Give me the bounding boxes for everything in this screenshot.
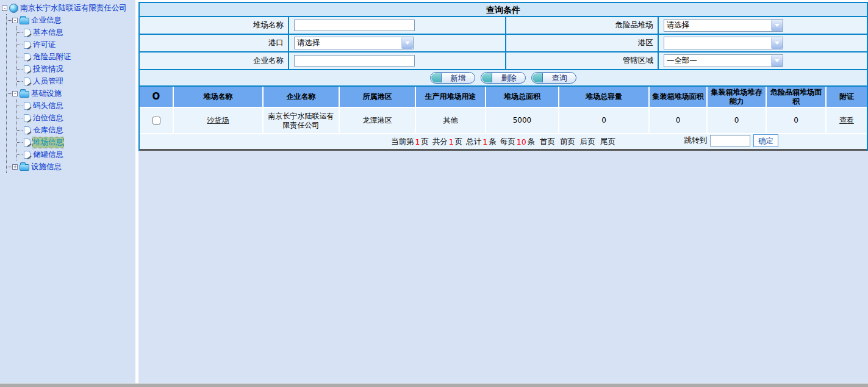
total-pages-number: 1 <box>449 137 454 146</box>
tree-connector <box>17 32 23 33</box>
cell-total-area: 5000 <box>486 108 559 133</box>
tree-group-company-info[interactable]: - 企业信息 <box>7 14 135 26</box>
cell-container-capacity: 0 <box>708 108 767 133</box>
yard-name-label: 堆场名称 <box>140 17 289 34</box>
cell-dangerous-box-area: 0 <box>767 108 827 133</box>
button-accent-decoration <box>533 73 543 82</box>
tree-item-dangerous-cert[interactable]: 危险品附证 <box>17 51 135 63</box>
tree-item-label: 仓库信息 <box>33 125 63 136</box>
tree-connector <box>17 106 23 106</box>
select-all-icon[interactable]: O <box>152 91 160 103</box>
sidebar-tree: - 南京长宁水陆联运有限责任公司 - 企业信息 基本信息 许可 <box>0 0 135 383</box>
field-port: 港口 请选择 <box>140 35 506 51</box>
prev-page-link[interactable]: 前页 <box>560 137 575 147</box>
confirm-button[interactable]: 确定 <box>753 134 778 147</box>
dangerous-yard-select-value: 请选择 <box>664 20 690 31</box>
yard-name-link[interactable]: 沙货场 <box>207 116 229 125</box>
current-page-number: 1 <box>415 137 420 146</box>
pagination-summary: 当前第1页 共分1页 总计1条 每页10条 首页 前页 后页 尾页 <box>391 137 615 147</box>
expand-icon[interactable]: + <box>12 164 18 170</box>
column-header-container-area: 集装箱堆场面积 <box>650 87 708 107</box>
tree-item-tank-info[interactable]: 储罐信息 <box>17 148 135 161</box>
chevron-down-icon[interactable] <box>771 20 783 31</box>
tree-connector <box>17 142 23 143</box>
tree-item-label-selected: 堆场信息 <box>33 137 63 148</box>
tree-item-personnel[interactable]: 人员管理 <box>17 75 135 87</box>
add-button-label: 新增 <box>451 73 466 82</box>
cell-company: 南京长宁水陆联运有限责任公司 <box>264 108 340 133</box>
tree-item-basic-info[interactable]: 基本信息 <box>17 26 135 38</box>
tree-item-berth-info[interactable]: 泊位信息 <box>17 112 135 124</box>
next-page-link[interactable]: 后页 <box>580 137 595 147</box>
first-page-link[interactable]: 首页 <box>540 137 555 147</box>
field-company-name: 企业名称 <box>140 52 506 69</box>
tree-root-company[interactable]: - 南京长宁水陆联运有限责任公司 <box>2 2 135 14</box>
tree-item-label: 危险品附证 <box>33 52 71 62</box>
empty-content-area <box>138 151 868 383</box>
yard-name-input[interactable] <box>294 20 415 31</box>
tree-connector <box>7 20 12 21</box>
select-all-column-header[interactable]: O <box>140 87 174 107</box>
tree-item-wharf-info[interactable]: 码头信息 <box>17 99 135 112</box>
tree-root-label: 南京长宁水陆联运有限责任公司 <box>20 3 127 13</box>
field-dangerous-yard: 危险品堆场 请选择 <box>506 17 867 34</box>
column-header-company: 企业名称 <box>264 87 340 107</box>
query-section: 查询条件 堆场名称 危险品堆场 请选择 <box>138 2 868 151</box>
tree-company-children: 基本信息 许可证 危险品附证 投资情况 <box>16 26 135 87</box>
tree-item-investment[interactable]: 投资情况 <box>17 63 135 75</box>
tree-root-children: - 企业信息 基本信息 许可证 危险品附证 <box>6 14 135 173</box>
tree-group-facility-info[interactable]: + 设施信息 <box>7 161 135 173</box>
document-icon <box>24 126 30 134</box>
query-form-row-1: 堆场名称 危险品堆场 请选择 <box>140 16 867 34</box>
port-area-select[interactable] <box>664 37 783 49</box>
pager-text: 页 <box>421 137 429 147</box>
tree-item-yard-info-selected[interactable]: 堆场信息 <box>17 136 135 148</box>
button-accent-decoration <box>431 73 442 82</box>
query-conditions-title: 查询条件 <box>140 2 867 16</box>
port-select[interactable]: 请选择 <box>294 37 414 49</box>
dangerous-yard-select[interactable]: 请选择 <box>664 19 783 32</box>
jurisdiction-select[interactable]: —全部— <box>664 54 783 67</box>
add-button[interactable]: 新增 <box>430 72 475 84</box>
jump-page-input[interactable] <box>710 135 750 146</box>
jump-to-page-group: 跳转到 确定 <box>684 134 779 147</box>
cell-total-capacity: 0 <box>559 108 650 133</box>
collapse-icon[interactable]: - <box>2 5 7 11</box>
tree-connector <box>17 118 23 118</box>
results-table-header: O 堆场名称 企业名称 所属港区 生产用堆场用途 堆场总面积 堆场总容量 集装箱… <box>140 85 867 107</box>
document-icon <box>24 151 30 159</box>
document-icon <box>24 78 30 85</box>
tree-item-warehouse-info[interactable]: 仓库信息 <box>17 124 135 136</box>
search-button-label: 查询 <box>552 73 567 82</box>
company-name-input[interactable] <box>294 55 415 67</box>
chevron-down-icon[interactable] <box>771 37 783 49</box>
pager-text: 共分 <box>430 137 448 147</box>
tree-item-label: 基本信息 <box>33 27 63 38</box>
company-name-label: 企业名称 <box>140 52 289 69</box>
collapse-icon[interactable]: - <box>12 18 18 23</box>
tree-group-infrastructure[interactable]: - 基础设施 <box>7 87 135 99</box>
field-port-area: 港区 <box>506 35 867 51</box>
view-attachment-link[interactable]: 查看 <box>839 116 854 125</box>
query-form-row-2: 港口 请选择 港区 <box>140 34 867 51</box>
chevron-down-icon[interactable] <box>401 37 413 49</box>
search-button[interactable]: 查询 <box>531 72 576 84</box>
tree-infrastructure-children: 码头信息 泊位信息 仓库信息 堆场信息 <box>16 99 135 161</box>
tree-item-label: 码头信息 <box>33 101 63 111</box>
pager-text: 总计 <box>464 137 481 147</box>
last-page-link[interactable]: 尾页 <box>600 137 615 147</box>
tree-item-license[interactable]: 许可证 <box>17 38 135 51</box>
column-header-usage: 生产用堆场用途 <box>416 87 486 107</box>
row-checkbox[interactable] <box>152 117 160 125</box>
document-icon <box>24 53 30 61</box>
collapse-icon[interactable]: - <box>12 91 18 96</box>
tree-connector <box>7 93 12 94</box>
app-window: - 南京长宁水陆联运有限责任公司 - 企业信息 基本信息 许可 <box>0 0 868 383</box>
tree-connector <box>17 81 23 82</box>
tree-group-label: 基础设施 <box>31 89 62 99</box>
jurisdiction-select-value: —全部— <box>664 56 697 66</box>
delete-button[interactable]: 删除 <box>481 72 526 84</box>
column-header-dangerous-box-area: 危险品箱堆场面积 <box>767 87 827 107</box>
chevron-down-icon[interactable] <box>771 55 783 67</box>
tree-connector <box>7 167 12 167</box>
